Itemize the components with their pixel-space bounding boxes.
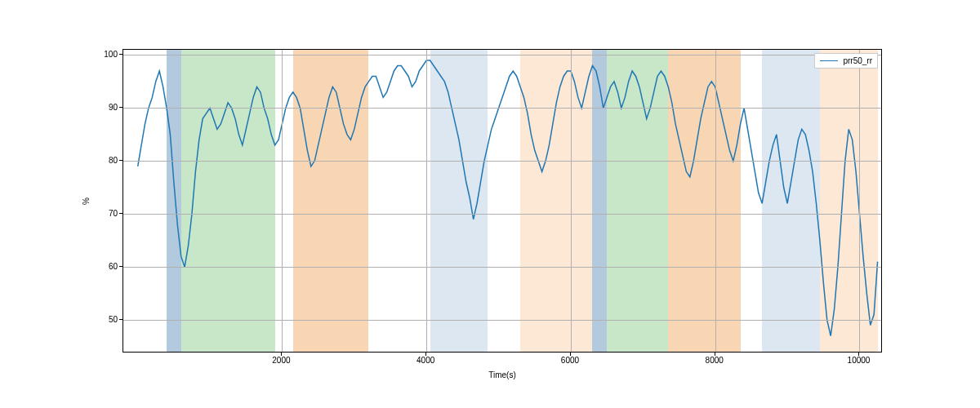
legend-label: prr50_rr xyxy=(843,56,872,65)
y-tick-label: 100 xyxy=(104,50,118,59)
y-tick-label: 50 xyxy=(109,315,118,324)
series-line xyxy=(138,60,878,336)
grid-line xyxy=(715,50,716,352)
x-tick-label: 2000 xyxy=(272,356,290,365)
tick-mark xyxy=(119,160,122,161)
grid-line xyxy=(123,108,881,109)
grid-line xyxy=(426,50,427,352)
grid-line xyxy=(123,55,881,55)
x-tick-label: 6000 xyxy=(561,356,579,365)
x-axis-label: Time(s) xyxy=(122,370,882,379)
tick-mark xyxy=(119,107,122,108)
plot-area: prr50_rr xyxy=(122,49,882,353)
grid-line xyxy=(571,50,572,352)
x-tick-label: 8000 xyxy=(706,356,724,365)
grid-line xyxy=(123,214,881,215)
y-tick-label: 70 xyxy=(109,209,118,218)
legend-swatch xyxy=(820,60,838,61)
grid-line xyxy=(123,320,881,321)
x-tick-label: 10000 xyxy=(848,356,871,365)
grid-line xyxy=(859,50,860,352)
grid-line xyxy=(282,50,283,352)
tick-mark xyxy=(119,54,122,55)
y-tick-label: 60 xyxy=(109,262,118,271)
y-axis-label: % xyxy=(78,49,94,353)
tick-mark xyxy=(119,213,122,214)
tick-mark xyxy=(119,319,122,320)
legend: prr50_rr xyxy=(814,53,878,69)
grid-line xyxy=(123,161,881,162)
y-tick-label: 80 xyxy=(109,156,118,165)
tick-mark xyxy=(119,266,122,267)
line-layer xyxy=(123,50,881,352)
chart-container: prr50_rr Time(s) % 200040006000800010000… xyxy=(0,0,980,408)
grid-line xyxy=(123,267,881,268)
x-tick-label: 4000 xyxy=(416,356,434,365)
y-tick-label: 90 xyxy=(109,103,118,112)
